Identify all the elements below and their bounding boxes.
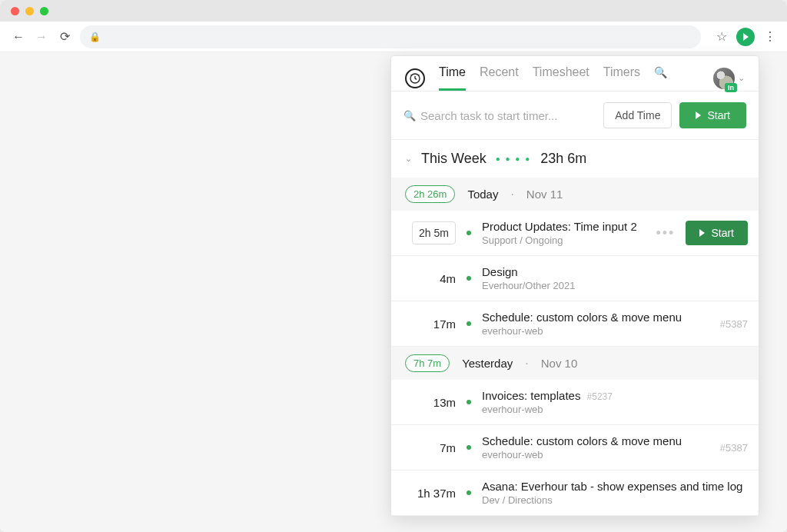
forward-button[interactable]: →: [34, 30, 49, 44]
tab-timers[interactable]: Timers: [603, 65, 640, 91]
entry-title: Schedule: custom colors & move menu: [482, 311, 709, 324]
entry-info: Schedule: custom colors & move menueverh…: [482, 434, 709, 461]
entry-project: everhour-web: [482, 404, 748, 415]
close-window[interactable]: [11, 7, 19, 15]
issue-tag: #5387: [720, 318, 748, 330]
status-dot-icon: [467, 490, 471, 495]
status-badge: In: [725, 83, 737, 92]
entry-title: Asana: Everhour tab - show expenses and …: [482, 480, 748, 493]
day-label: Today: [467, 188, 498, 201]
time-tracker-popup: Time Recent Timesheet Timers 🔍 In ⌄ 🔍 Se…: [390, 55, 759, 517]
search-placeholder: Search task to start timer...: [420, 109, 557, 122]
entry-project: everhour-web: [482, 449, 709, 461]
status-dot-icon: [467, 321, 471, 326]
day-header: 2h 26m Today · Nov 11: [391, 178, 759, 211]
issue-tag: #5237: [587, 391, 613, 402]
entry-info: Invoices: templates #5237everhour-web: [482, 389, 748, 415]
week-label: This Week: [421, 151, 486, 167]
window-traffic-lights: [0, 0, 787, 22]
day-duration-pill: 2h 26m: [405, 185, 455, 203]
header-search-icon[interactable]: 🔍: [654, 65, 667, 91]
lock-icon: 🔒: [89, 32, 101, 42]
time-entry[interactable]: 13mInvoices: templates #5237everhour-web: [391, 380, 759, 425]
entry-info: Asana: Everhour tab - show expenses and …: [482, 480, 748, 506]
week-total: 23h 6m: [540, 151, 586, 167]
browser-menu-icon[interactable]: ⋮: [764, 29, 776, 44]
status-dot-icon: [467, 231, 471, 235]
entry-info: DesignEverhour/Other 2021: [482, 265, 748, 291]
entry-title: Product Updates: Time input 2: [482, 220, 646, 233]
day-duration-pill: 7h 7m: [405, 354, 450, 372]
day-label: Yesterday: [462, 357, 513, 370]
tab-timesheet[interactable]: Timesheet: [533, 65, 589, 91]
entry-duration: 17m: [402, 318, 456, 331]
entry-duration: 4m: [402, 272, 456, 285]
app-logo-icon: [405, 68, 425, 88]
nav-tabs: Time Recent Timesheet Timers 🔍: [439, 65, 699, 91]
entry-project: everhour-web: [482, 325, 709, 337]
time-entry[interactable]: 17mSchedule: custom colors & move menuev…: [391, 301, 759, 347]
start-timer-button[interactable]: Start: [679, 102, 746, 128]
time-entry[interactable]: 7mSchedule: custom colors & move menueve…: [391, 425, 759, 470]
user-menu[interactable]: In ⌄: [713, 68, 745, 89]
more-icon[interactable]: •••: [656, 225, 676, 241]
search-input[interactable]: 🔍 Search task to start timer...: [403, 109, 596, 122]
tab-recent[interactable]: Recent: [480, 65, 519, 91]
day-date: Nov 11: [526, 188, 563, 201]
chevron-down-icon: ⌄: [738, 73, 745, 83]
entry-info: Schedule: custom colors & move menueverh…: [482, 311, 709, 337]
back-button[interactable]: ←: [11, 30, 26, 44]
entry-project: Dev / Directions: [482, 494, 748, 506]
maximize-window[interactable]: [40, 7, 48, 15]
bookmark-star-icon[interactable]: ☆: [716, 29, 727, 44]
activity-dots: ● ● ● ●: [496, 155, 532, 163]
entry-info: Product Updates: Time input 2Support / O…: [482, 220, 646, 246]
reload-button[interactable]: ⟳: [57, 29, 72, 44]
play-icon: [699, 229, 705, 237]
play-icon: [696, 111, 701, 119]
browser-toolbar: ← → ⟳ 🔒 ☆ ⋮: [0, 22, 787, 52]
entry-title: Invoices: templates #5237: [482, 389, 748, 402]
entry-project: Everhour/Other 2021: [482, 280, 748, 291]
status-dot-icon: [467, 400, 471, 404]
issue-tag: #5387: [720, 442, 748, 454]
time-entry[interactable]: 2h 5mProduct Updates: Time input 2Suppor…: [391, 211, 759, 256]
entry-duration: 7m: [402, 441, 456, 454]
add-time-button[interactable]: Add Time: [603, 102, 672, 128]
search-icon: 🔍: [403, 110, 416, 121]
status-dot-icon: [467, 276, 471, 281]
day-header: 7h 7m Yesterday · Nov 10: [391, 347, 759, 380]
time-entry[interactable]: 4mDesignEverhour/Other 2021: [391, 256, 759, 301]
status-dot-icon: [467, 445, 471, 450]
entry-title: Schedule: custom colors & move menu: [482, 434, 709, 447]
entry-start-button[interactable]: Start: [686, 221, 748, 245]
minimize-window[interactable]: [25, 7, 34, 15]
entry-duration: 13m: [402, 396, 456, 409]
time-entry[interactable]: 1h 37mAsana: Everhour tab - show expense…: [391, 470, 759, 516]
entry-project: Support / Ongoing: [482, 234, 646, 246]
entry-duration: 1h 37m: [402, 487, 456, 500]
week-summary-row[interactable]: ⌄ This Week ● ● ● ● 23h 6m: [391, 140, 759, 178]
day-date: Nov 10: [541, 357, 578, 370]
address-bar[interactable]: 🔒: [80, 25, 701, 48]
chevron-down-icon: ⌄: [405, 154, 412, 164]
entry-duration[interactable]: 2h 5m: [402, 221, 456, 244]
play-icon: [743, 33, 749, 41]
tab-time[interactable]: Time: [439, 65, 466, 91]
entry-title: Design: [482, 265, 748, 278]
extension-icon[interactable]: [736, 28, 755, 46]
